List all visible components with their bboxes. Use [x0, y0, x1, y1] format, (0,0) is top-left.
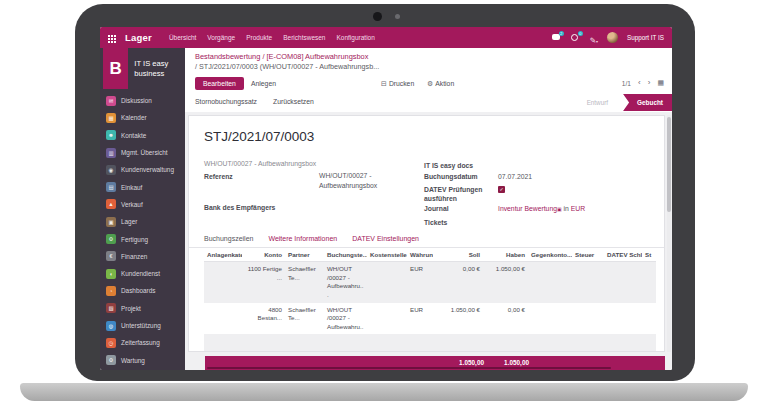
webcam-icon [373, 12, 382, 21]
sidebar-item-10[interactable]: ◖Kundendienst [100, 265, 185, 282]
tab-1[interactable]: Weitere Informationen [268, 235, 337, 242]
app-label: Wartung [121, 357, 145, 364]
nav-menu-item-4[interactable]: Konfiguration [337, 34, 375, 41]
debug-tools-icon[interactable]: ✎▾ [590, 29, 598, 47]
sidebar-item-6[interactable]: ▲Verkauf [100, 196, 185, 213]
column-header-2[interactable]: Partner [285, 249, 324, 262]
journal-in: in [564, 205, 569, 212]
activities-badge: 0 [578, 31, 583, 36]
sidebar-item-2[interactable]: ☻Kontakte [100, 127, 185, 144]
empty-table-row[interactable] [204, 334, 656, 352]
sidebar-item-9[interactable]: €Finanzen [100, 248, 185, 265]
app-name[interactable]: Lager [125, 32, 152, 43]
company-logo[interactable]: B IT IS easy business [100, 48, 185, 89]
reverse-entry-button[interactable]: Stornobuchungssatz [195, 98, 257, 105]
move-lines-table: Anlagenkate...KontoPartnerBuchungste...K… [204, 249, 656, 343]
pager-prev-icon[interactable]: ‹ [638, 79, 641, 87]
referenz-value: WH/OUT/00027 - Aufbewahrungsbox [319, 171, 399, 191]
column-header-9[interactable]: Steuer [572, 249, 604, 262]
activities-icon[interactable]: 0 [571, 33, 581, 42]
breadcrumb-current: / STJ/2021/07/0003 (WH/OUT/00027 - Aufbe… [195, 62, 379, 71]
app-label: Kalender [121, 114, 147, 121]
scrollbar-thumb[interactable] [667, 117, 671, 212]
cell [642, 262, 656, 303]
screen: Lager ÜbersichtVorgängeProdukteBerichtsw… [100, 27, 672, 370]
print-button[interactable]: ⊟Drucken [381, 80, 414, 88]
sidebar-item-15[interactable]: ⚙Wartung [100, 351, 185, 368]
stage-draft[interactable]: Entwurf [587, 99, 608, 106]
sidebar-item-0[interactable]: ✉Diskussion [100, 92, 185, 109]
messages-icon[interactable]: 2 [552, 33, 562, 42]
currency-link[interactable]: EUR [571, 205, 585, 212]
column-header-8[interactable]: Gegenkonto... [528, 249, 572, 262]
tab-0[interactable]: Buchungszeilen [204, 235, 253, 242]
column-header-3[interactable]: Buchungste... [324, 249, 367, 262]
top-navbar: Lager ÜbersichtVorgängeProdukteBerichtsw… [100, 27, 672, 48]
stage-posted-badge[interactable]: Gebucht [623, 94, 672, 111]
gear-icon: ⚙ [427, 80, 433, 87]
logo-b-icon: B [103, 48, 128, 89]
app-icon: ▣ [106, 217, 116, 227]
nav-menu-item-1[interactable]: Vorgänge [207, 34, 235, 41]
date-label: Buchungsdatum [424, 173, 478, 180]
datev-checkbox[interactable]: ✓ [498, 186, 505, 193]
app-label: Fertigung [121, 236, 148, 243]
apps-grid-icon[interactable] [108, 29, 116, 47]
record-title: STJ/2021/07/0003 [204, 129, 314, 144]
view-switch-icon[interactable]: ▦ [657, 79, 664, 87]
user-menu[interactable]: Support IT IS [627, 34, 664, 41]
cell [604, 262, 642, 303]
sidebar-item-3[interactable]: ▥Mgmt. Übersicht [100, 144, 185, 161]
pager-next-icon[interactable]: › [648, 79, 651, 87]
date-value: 07.07.2021 [498, 173, 532, 180]
column-header-0[interactable]: Anlagenkate... [204, 249, 242, 262]
total-soll: 1.050,00 [459, 359, 484, 366]
sidebar-item-16[interactable]: ◯Website [100, 369, 185, 370]
navbar-menu: ÜbersichtVorgängeProdukteBerichtswesenKo… [169, 34, 375, 41]
app-label: Finanzen [121, 253, 147, 260]
sidebar-item-14[interactable]: ◷Zeiterfassung [100, 334, 185, 351]
nav-menu-item-0[interactable]: Übersicht [169, 34, 196, 41]
column-header-5[interactable]: Währung... [407, 249, 433, 262]
sidebar-item-7[interactable]: ▣Lager [100, 213, 185, 230]
app-label: Projekt [121, 305, 141, 312]
reset-button[interactable]: Zurücksetzen [273, 98, 314, 105]
app-icon: ✉ [106, 96, 116, 106]
column-header-7[interactable]: Haben [483, 249, 528, 262]
app-icon: ◖ [106, 269, 116, 279]
cell: Schaeffler Te... [285, 262, 324, 303]
edit-button[interactable]: Bearbeiten [195, 77, 244, 90]
main-area: Bestandsbewertung / [E-COM08] Aufbewahru… [185, 48, 672, 370]
journal-value: Inventur Bewertung▣ in EUR [498, 205, 585, 212]
table-row-0[interactable]: 1100 Fertige ...Schaeffler Te...WH/OUT /… [204, 262, 656, 303]
column-header-11[interactable]: St [642, 249, 656, 262]
sidebar-item-13[interactable]: ◍Unterstützung [100, 317, 185, 334]
sidebar-item-8[interactable]: ⚙Fertigung [100, 230, 185, 247]
app-icon: ◷ [106, 338, 116, 348]
sidebar-item-12[interactable]: ▧Projekt [100, 300, 185, 317]
nav-menu-item-3[interactable]: Berichtswesen [283, 34, 325, 41]
column-header-4[interactable]: Kostenstelle... [367, 249, 407, 262]
docs-section-label: IT IS easy docs [424, 162, 473, 169]
column-header-10[interactable]: DATEV Schl... [604, 249, 642, 262]
app-icon: ◔ [106, 286, 116, 296]
breadcrumb[interactable]: Bestandsbewertung / [E-COM08] Aufbewahru… [195, 52, 368, 61]
sidebar-item-4[interactable]: ◉Kundenverwaltung [100, 161, 185, 178]
column-header-6[interactable]: Soll [433, 249, 483, 262]
app-icon: € [106, 251, 116, 261]
sidebar-item-11[interactable]: ◔Dashboards [100, 282, 185, 299]
sidebar-item-5[interactable]: ▤Einkauf [100, 178, 185, 195]
app-icon: ☻ [106, 130, 116, 140]
column-header-1[interactable]: Konto [242, 249, 285, 262]
action-button[interactable]: ⚙Aktion [427, 80, 454, 88]
page: Lager ÜbersichtVorgängeProdukteBerichtsw… [0, 0, 770, 402]
vertical-scrollbar[interactable] [667, 115, 671, 352]
avatar[interactable] [607, 32, 618, 43]
journal-link[interactable]: Inventur Bewertung [498, 205, 557, 212]
nav-menu-item-2[interactable]: Produkte [246, 34, 272, 41]
tab-2[interactable]: DATEV Einstellungen [352, 235, 419, 242]
create-button[interactable]: Anlegen [251, 80, 276, 87]
internal-link-icon[interactable]: ▣ [557, 206, 562, 212]
horizontal-scrollbar[interactable] [207, 367, 611, 369]
sidebar-item-1[interactable]: ▦Kalender [100, 109, 185, 126]
